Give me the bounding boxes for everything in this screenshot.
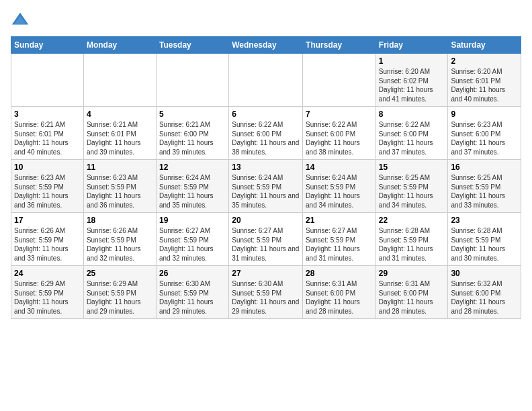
calendar-week-row: 17Sunrise: 6:26 AM Sunset: 5:59 PM Dayli… bbox=[11, 213, 521, 266]
day-number: 3 bbox=[14, 109, 81, 119]
calendar-cell: 12Sunrise: 6:24 AM Sunset: 5:59 PM Dayli… bbox=[156, 160, 228, 213]
day-info: Sunrise: 6:25 AM Sunset: 5:59 PM Dayligh… bbox=[379, 173, 445, 210]
calendar-cell: 27Sunrise: 6:30 AM Sunset: 5:59 PM Dayli… bbox=[229, 266, 303, 319]
day-number: 2 bbox=[451, 56, 518, 66]
day-info: Sunrise: 6:26 AM Sunset: 5:59 PM Dayligh… bbox=[14, 226, 81, 263]
calendar-cell: 19Sunrise: 6:27 AM Sunset: 5:59 PM Dayli… bbox=[156, 213, 228, 266]
calendar-cell: 24Sunrise: 6:29 AM Sunset: 5:59 PM Dayli… bbox=[11, 266, 84, 319]
calendar-cell: 9Sunrise: 6:23 AM Sunset: 6:00 PM Daylig… bbox=[448, 107, 521, 160]
calendar-cell: 23Sunrise: 6:28 AM Sunset: 5:59 PM Dayli… bbox=[448, 213, 521, 266]
calendar-cell: 26Sunrise: 6:30 AM Sunset: 5:59 PM Dayli… bbox=[156, 266, 228, 319]
calendar-cell bbox=[229, 54, 303, 107]
day-info: Sunrise: 6:22 AM Sunset: 6:00 PM Dayligh… bbox=[379, 120, 445, 156]
calendar-week-row: 3Sunrise: 6:21 AM Sunset: 6:01 PM Daylig… bbox=[11, 107, 521, 160]
logo-icon bbox=[11, 11, 30, 30]
day-info: Sunrise: 6:20 AM Sunset: 6:02 PM Dayligh… bbox=[379, 67, 445, 103]
weekday-header-sunday: Sunday bbox=[11, 37, 84, 54]
weekday-header-row: SundayMondayTuesdayWednesdayThursdayFrid… bbox=[11, 37, 521, 54]
weekday-header-saturday: Saturday bbox=[448, 37, 521, 54]
day-info: Sunrise: 6:21 AM Sunset: 6:01 PM Dayligh… bbox=[87, 120, 153, 156]
day-number: 24 bbox=[14, 269, 81, 278]
calendar-cell: 21Sunrise: 6:27 AM Sunset: 5:59 PM Dayli… bbox=[303, 213, 376, 266]
logo bbox=[11, 11, 32, 30]
day-number: 20 bbox=[232, 216, 300, 225]
day-info: Sunrise: 6:31 AM Sunset: 6:00 PM Dayligh… bbox=[306, 279, 373, 316]
calendar-cell: 20Sunrise: 6:27 AM Sunset: 5:59 PM Dayli… bbox=[229, 213, 303, 266]
weekday-header-wednesday: Wednesday bbox=[229, 37, 303, 54]
day-number: 13 bbox=[232, 163, 300, 172]
day-info: Sunrise: 6:24 AM Sunset: 5:59 PM Dayligh… bbox=[232, 173, 300, 210]
day-number: 4 bbox=[87, 109, 153, 119]
day-info: Sunrise: 6:30 AM Sunset: 5:59 PM Dayligh… bbox=[232, 279, 300, 316]
calendar-cell: 13Sunrise: 6:24 AM Sunset: 5:59 PM Dayli… bbox=[229, 160, 303, 213]
header bbox=[11, 11, 521, 30]
day-number: 19 bbox=[159, 216, 226, 225]
day-info: Sunrise: 6:32 AM Sunset: 6:00 PM Dayligh… bbox=[451, 279, 518, 316]
day-info: Sunrise: 6:27 AM Sunset: 5:59 PM Dayligh… bbox=[159, 226, 226, 263]
day-info: Sunrise: 6:22 AM Sunset: 6:00 PM Dayligh… bbox=[306, 120, 373, 156]
calendar-cell bbox=[156, 54, 228, 107]
day-number: 5 bbox=[159, 109, 226, 119]
day-info: Sunrise: 6:28 AM Sunset: 5:59 PM Dayligh… bbox=[379, 226, 445, 263]
calendar-cell: 1Sunrise: 6:20 AM Sunset: 6:02 PM Daylig… bbox=[375, 54, 448, 107]
calendar-cell: 2Sunrise: 6:20 AM Sunset: 6:01 PM Daylig… bbox=[448, 54, 521, 107]
day-info: Sunrise: 6:24 AM Sunset: 5:59 PM Dayligh… bbox=[306, 173, 373, 210]
day-number: 22 bbox=[379, 216, 445, 225]
day-number: 12 bbox=[159, 163, 226, 172]
day-number: 1 bbox=[379, 56, 445, 66]
calendar-cell: 10Sunrise: 6:23 AM Sunset: 5:59 PM Dayli… bbox=[11, 160, 84, 213]
calendar-cell: 14Sunrise: 6:24 AM Sunset: 5:59 PM Dayli… bbox=[303, 160, 376, 213]
calendar-cell: 5Sunrise: 6:21 AM Sunset: 6:00 PM Daylig… bbox=[156, 107, 228, 160]
calendar-cell: 15Sunrise: 6:25 AM Sunset: 5:59 PM Dayli… bbox=[375, 160, 448, 213]
calendar-cell: 4Sunrise: 6:21 AM Sunset: 6:01 PM Daylig… bbox=[83, 107, 156, 160]
calendar-cell: 8Sunrise: 6:22 AM Sunset: 6:00 PM Daylig… bbox=[375, 107, 448, 160]
calendar-body: 1Sunrise: 6:20 AM Sunset: 6:02 PM Daylig… bbox=[11, 54, 521, 319]
day-number: 18 bbox=[87, 216, 153, 225]
day-number: 14 bbox=[306, 163, 373, 172]
calendar-cell bbox=[83, 54, 156, 107]
calendar-cell: 6Sunrise: 6:22 AM Sunset: 6:00 PM Daylig… bbox=[229, 107, 303, 160]
day-info: Sunrise: 6:31 AM Sunset: 6:00 PM Dayligh… bbox=[379, 279, 445, 316]
day-info: Sunrise: 6:24 AM Sunset: 5:59 PM Dayligh… bbox=[159, 173, 226, 210]
day-number: 10 bbox=[14, 163, 81, 172]
calendar-cell: 30Sunrise: 6:32 AM Sunset: 6:00 PM Dayli… bbox=[448, 266, 521, 319]
calendar-cell: 29Sunrise: 6:31 AM Sunset: 6:00 PM Dayli… bbox=[375, 266, 448, 319]
day-number: 6 bbox=[232, 109, 300, 119]
weekday-header-tuesday: Tuesday bbox=[156, 37, 228, 54]
day-info: Sunrise: 6:29 AM Sunset: 5:59 PM Dayligh… bbox=[87, 279, 153, 316]
calendar-cell: 18Sunrise: 6:26 AM Sunset: 5:59 PM Dayli… bbox=[83, 213, 156, 266]
day-number: 30 bbox=[451, 269, 518, 278]
day-number: 23 bbox=[451, 216, 518, 225]
day-info: Sunrise: 6:23 AM Sunset: 6:00 PM Dayligh… bbox=[451, 120, 518, 156]
day-info: Sunrise: 6:27 AM Sunset: 5:59 PM Dayligh… bbox=[306, 226, 373, 263]
weekday-header-thursday: Thursday bbox=[303, 37, 376, 54]
day-number: 29 bbox=[379, 269, 445, 278]
calendar-week-row: 10Sunrise: 6:23 AM Sunset: 5:59 PM Dayli… bbox=[11, 160, 521, 213]
calendar-cell: 11Sunrise: 6:23 AM Sunset: 5:59 PM Dayli… bbox=[83, 160, 156, 213]
day-info: Sunrise: 6:22 AM Sunset: 6:00 PM Dayligh… bbox=[232, 120, 300, 156]
calendar-cell: 16Sunrise: 6:25 AM Sunset: 5:59 PM Dayli… bbox=[448, 160, 521, 213]
weekday-header-friday: Friday bbox=[375, 37, 448, 54]
day-info: Sunrise: 6:21 AM Sunset: 6:01 PM Dayligh… bbox=[14, 120, 81, 156]
day-number: 28 bbox=[306, 269, 373, 278]
calendar-cell: 25Sunrise: 6:29 AM Sunset: 5:59 PM Dayli… bbox=[83, 266, 156, 319]
day-info: Sunrise: 6:21 AM Sunset: 6:00 PM Dayligh… bbox=[159, 120, 226, 156]
day-info: Sunrise: 6:23 AM Sunset: 5:59 PM Dayligh… bbox=[14, 173, 81, 210]
day-number: 16 bbox=[451, 163, 518, 172]
page: SundayMondayTuesdayWednesdayThursdayFrid… bbox=[0, 0, 532, 411]
day-info: Sunrise: 6:26 AM Sunset: 5:59 PM Dayligh… bbox=[87, 226, 153, 263]
calendar-table: SundayMondayTuesdayWednesdayThursdayFrid… bbox=[11, 36, 521, 319]
day-info: Sunrise: 6:20 AM Sunset: 6:01 PM Dayligh… bbox=[451, 67, 518, 103]
day-number: 26 bbox=[159, 269, 226, 278]
day-number: 25 bbox=[87, 269, 153, 278]
calendar-cell: 7Sunrise: 6:22 AM Sunset: 6:00 PM Daylig… bbox=[303, 107, 376, 160]
day-number: 9 bbox=[451, 109, 518, 119]
day-number: 17 bbox=[14, 216, 81, 225]
day-info: Sunrise: 6:25 AM Sunset: 5:59 PM Dayligh… bbox=[451, 173, 518, 210]
day-info: Sunrise: 6:28 AM Sunset: 5:59 PM Dayligh… bbox=[451, 226, 518, 263]
calendar-week-row: 24Sunrise: 6:29 AM Sunset: 5:59 PM Dayli… bbox=[11, 266, 521, 319]
day-number: 11 bbox=[87, 163, 153, 172]
calendar-header: SundayMondayTuesdayWednesdayThursdayFrid… bbox=[11, 37, 521, 54]
calendar-cell: 22Sunrise: 6:28 AM Sunset: 5:59 PM Dayli… bbox=[375, 213, 448, 266]
calendar-cell bbox=[11, 54, 84, 107]
